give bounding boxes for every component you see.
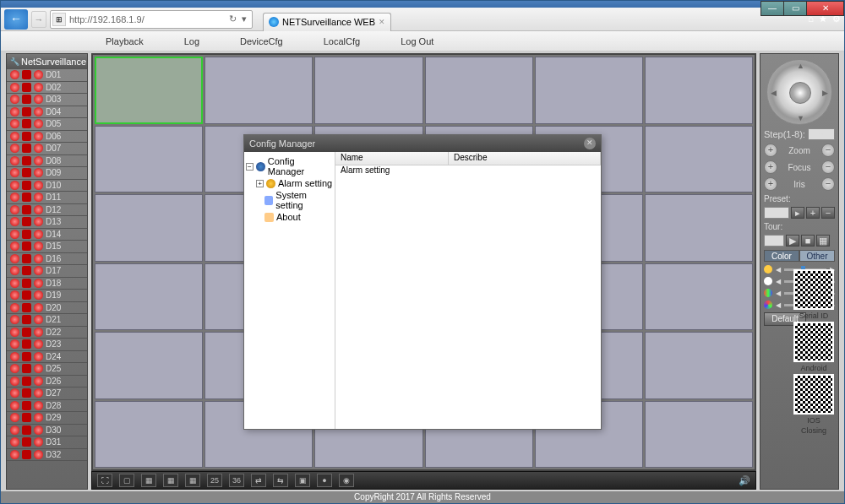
tree-alarm[interactable]: + Alarm setting bbox=[246, 177, 333, 189]
video-cell[interactable] bbox=[535, 57, 643, 124]
channel-row[interactable]: D24 bbox=[7, 351, 87, 364]
view-16-icon[interactable]: ▦ bbox=[185, 474, 200, 487]
dialog-close-button[interactable]: ✕ bbox=[584, 138, 596, 149]
video-cell[interactable] bbox=[645, 57, 753, 124]
tour-stop-button[interactable]: ■ bbox=[801, 235, 815, 247]
ptz-up-icon[interactable]: ▲ bbox=[797, 62, 804, 70]
minimize-button[interactable]: — bbox=[760, 1, 784, 16]
maximize-button[interactable]: ▭ bbox=[783, 1, 807, 16]
channel-row[interactable]: D02 bbox=[7, 82, 87, 95]
preset-add-button[interactable]: + bbox=[806, 207, 820, 219]
video-cell[interactable] bbox=[95, 57, 203, 124]
tour-play-button[interactable]: ▶ bbox=[786, 235, 799, 247]
ptz-center-button[interactable] bbox=[789, 82, 811, 104]
view-4-icon[interactable]: ▦ bbox=[141, 474, 156, 487]
video-cell[interactable] bbox=[95, 126, 203, 193]
video-cell[interactable] bbox=[95, 263, 203, 331]
fullscreen-icon[interactable]: ⛶ bbox=[97, 474, 112, 487]
channel-row[interactable]: D08 bbox=[7, 155, 87, 168]
channel-row[interactable]: D19 bbox=[7, 290, 87, 302]
connect-all-icon[interactable]: ⇄ bbox=[251, 474, 266, 487]
channel-row[interactable]: D12 bbox=[7, 204, 87, 217]
zoom-out-button[interactable]: − bbox=[821, 144, 835, 157]
channel-row[interactable]: D26 bbox=[7, 376, 87, 388]
channel-row[interactable]: D25 bbox=[7, 363, 87, 376]
video-cell[interactable] bbox=[645, 126, 753, 193]
slider-left-icon[interactable]: ◀ bbox=[776, 301, 781, 309]
expand-icon[interactable]: + bbox=[256, 180, 264, 187]
channel-row[interactable]: D21 bbox=[7, 314, 87, 327]
list-row[interactable]: Alarm setting bbox=[335, 165, 601, 177]
tour-input[interactable] bbox=[764, 235, 784, 247]
channel-row[interactable]: D17 bbox=[7, 265, 87, 278]
preset-del-button[interactable]: − bbox=[821, 207, 835, 219]
channel-row[interactable]: D28 bbox=[7, 400, 87, 413]
view-1-icon[interactable]: ▢ bbox=[119, 474, 134, 487]
ptz-wheel[interactable]: ▲ ▼ ◀ ▶ bbox=[766, 59, 832, 125]
menu-localcfg[interactable]: LocalCfg bbox=[303, 31, 380, 51]
channel-row[interactable]: D27 bbox=[7, 387, 87, 400]
channel-row[interactable]: D03 bbox=[7, 94, 87, 106]
menu-playback[interactable]: Playback bbox=[85, 31, 164, 51]
channel-row[interactable]: D01 bbox=[7, 69, 87, 82]
menu-log[interactable]: Log bbox=[164, 31, 220, 51]
ptz-down-icon[interactable]: ▼ bbox=[797, 114, 804, 122]
slider-left-icon[interactable]: ◀ bbox=[776, 266, 781, 274]
view-9-icon[interactable]: ▦ bbox=[163, 474, 178, 487]
channel-list[interactable]: D01D02D03D04D05D06D07D08D09D10D11D12D13D… bbox=[7, 69, 87, 489]
record-all-icon[interactable]: ● bbox=[317, 474, 332, 487]
preset-input[interactable] bbox=[764, 207, 789, 219]
nav-back-button[interactable]: ← bbox=[4, 9, 28, 30]
channel-row[interactable]: D20 bbox=[7, 302, 87, 315]
video-cell[interactable] bbox=[314, 57, 422, 124]
preset-go-button[interactable]: ▸ bbox=[791, 207, 804, 219]
dialog-titlebar[interactable]: Config Manager ✕ bbox=[244, 135, 601, 152]
expand-icon[interactable]: − bbox=[246, 163, 254, 171]
video-cell[interactable] bbox=[95, 332, 203, 399]
focus-out-button[interactable]: − bbox=[821, 160, 835, 174]
channel-row[interactable]: D30 bbox=[7, 425, 87, 437]
close-button[interactable]: ✕ bbox=[806, 1, 844, 16]
channel-row[interactable]: D06 bbox=[7, 131, 87, 144]
snapshot-icon[interactable]: ▣ bbox=[295, 474, 310, 487]
video-cell[interactable] bbox=[425, 57, 533, 124]
tree-about[interactable]: About bbox=[246, 211, 333, 223]
view-25-icon[interactable]: 25 bbox=[207, 474, 222, 487]
video-cell[interactable] bbox=[645, 194, 753, 262]
channel-row[interactable]: D07 bbox=[7, 143, 87, 155]
view-36-icon[interactable]: 36 bbox=[229, 474, 244, 487]
channel-row[interactable]: D23 bbox=[7, 339, 87, 351]
channel-row[interactable]: D31 bbox=[7, 436, 87, 449]
nav-forward-button[interactable]: → bbox=[31, 11, 46, 28]
video-cell[interactable] bbox=[95, 401, 203, 469]
step-select[interactable]: 5 bbox=[808, 128, 835, 140]
video-cell[interactable] bbox=[645, 263, 753, 331]
refresh-icon[interactable]: ↻ bbox=[226, 14, 238, 24]
tab-close-icon[interactable]: ✕ bbox=[379, 18, 385, 26]
disconnect-all-icon[interactable]: ⇆ bbox=[273, 474, 288, 487]
iris-in-button[interactable]: + bbox=[764, 177, 777, 191]
channel-row[interactable]: D16 bbox=[7, 253, 87, 266]
ptz-right-icon[interactable]: ▶ bbox=[822, 89, 828, 97]
channel-row[interactable]: D13 bbox=[7, 216, 87, 229]
channel-row[interactable]: D09 bbox=[7, 167, 87, 180]
menu-logout[interactable]: Log Out bbox=[380, 31, 454, 51]
browser-tab[interactable]: NETSurveillance WEB ✕ bbox=[263, 13, 391, 31]
tab-other[interactable]: Other bbox=[799, 250, 835, 262]
channel-row[interactable]: D18 bbox=[7, 278, 87, 290]
channel-row[interactable]: D32 bbox=[7, 449, 87, 462]
tab-color[interactable]: Color bbox=[764, 250, 799, 262]
channel-row[interactable]: D22 bbox=[7, 327, 87, 339]
zoom-in-button[interactable]: + bbox=[764, 144, 777, 157]
video-cell[interactable] bbox=[95, 194, 203, 262]
ptz-left-icon[interactable]: ◀ bbox=[771, 89, 777, 97]
stop-record-icon[interactable]: ◉ bbox=[339, 474, 354, 487]
focus-in-button[interactable]: + bbox=[764, 160, 777, 174]
channel-row[interactable]: D29 bbox=[7, 412, 87, 425]
address-bar[interactable]: ⊞ http://192.168.1.9/ ↻ ▾ bbox=[50, 10, 253, 29]
channel-row[interactable]: D15 bbox=[7, 241, 87, 253]
sound-icon[interactable]: 🔊 bbox=[739, 475, 750, 486]
tour-grid-button[interactable]: ▦ bbox=[816, 235, 830, 247]
tree-system[interactable]: System setting bbox=[246, 189, 333, 211]
url-dropdown-icon[interactable]: ▾ bbox=[238, 14, 250, 24]
